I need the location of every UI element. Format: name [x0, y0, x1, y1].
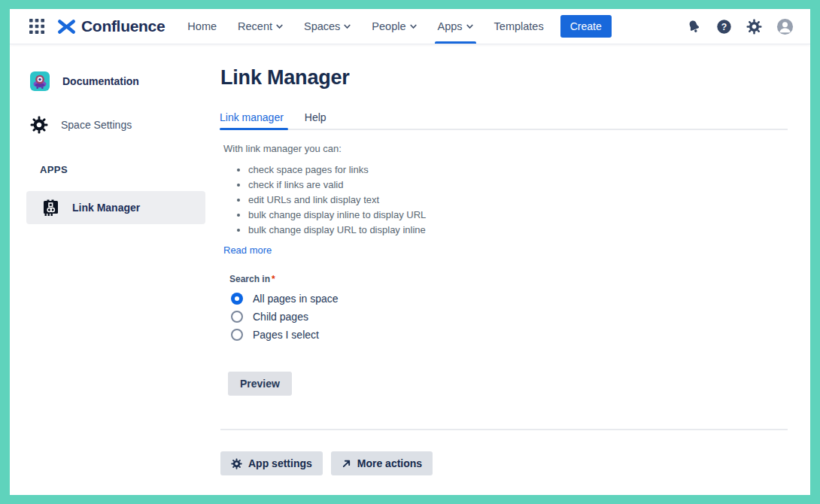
help-icon[interactable]: ? [716, 19, 732, 35]
sidebar-item-label: Space Settings [61, 119, 132, 131]
main-panel: Link Manager Link manager Help With link… [211, 44, 810, 495]
search-in-radio-group: All pages in space Child pages Pages I s… [231, 293, 788, 341]
search-in-label: Search in* [229, 274, 788, 284]
feature-list-item: check space pages for links [248, 162, 788, 178]
section-divider [220, 429, 788, 430]
space-sidebar: Documentation Space Settings APPS [10, 44, 211, 495]
sidebar-item-label: Link Manager [72, 202, 140, 214]
radio-child-pages[interactable]: Child pages [231, 311, 788, 323]
documentation-space-icon [30, 71, 50, 91]
chevron-down-icon [344, 24, 351, 29]
confluence-wordmark: Confluence [81, 17, 165, 35]
app-switcher-icon[interactable] [29, 19, 44, 34]
tab-bar: Link manager Help [220, 111, 788, 130]
sidebar-item-space-settings[interactable]: Space Settings [30, 116, 211, 134]
tab-link-manager[interactable]: Link manager [220, 111, 291, 130]
avatar[interactable] [776, 18, 794, 35]
feature-list: check space pages for links check if lin… [220, 162, 788, 238]
svg-text:?: ? [721, 21, 727, 32]
radio-all-pages-in-space[interactable]: All pages in space [231, 293, 788, 305]
feature-list-item: bulk change display URL to display inlin… [248, 223, 788, 238]
radio-button[interactable] [231, 311, 243, 323]
gear-icon [231, 458, 242, 469]
sidebar-item-documentation[interactable]: Documentation [30, 71, 211, 91]
radio-button-selected[interactable] [231, 293, 243, 305]
space-settings-gear-icon [30, 116, 48, 134]
more-actions-button[interactable]: More actions [331, 451, 433, 475]
feature-list-item: edit URLs and link display text [248, 193, 788, 208]
confluence-logo-icon [57, 17, 76, 36]
primary-nav: Home Recent Spaces People Apps Templates [177, 9, 554, 44]
sidebar-item-link-manager[interactable]: Link Manager [26, 191, 205, 224]
arrow-up-right-icon [342, 459, 351, 469]
notifications-bell-icon[interactable] [686, 19, 702, 35]
link-manager-app-icon [41, 198, 61, 218]
radio-button[interactable] [231, 329, 243, 341]
page-title: Link Manager [220, 66, 788, 90]
confluence-window: Confluence Home Recent Spaces People App… [10, 9, 810, 495]
settings-gear-icon[interactable] [746, 19, 762, 35]
chevron-down-icon [466, 24, 473, 29]
top-navbar: Confluence Home Recent Spaces People App… [10, 9, 810, 44]
read-more-link[interactable]: Read more [220, 244, 272, 256]
nav-item-apps[interactable]: Apps [427, 9, 484, 44]
nav-item-recent[interactable]: Recent [227, 9, 293, 44]
tab-help[interactable]: Help [297, 111, 334, 130]
feature-list-item: check if links are valid [248, 178, 788, 193]
nav-item-spaces[interactable]: Spaces [293, 9, 361, 44]
page-body: Documentation Space Settings APPS [10, 44, 810, 495]
create-button[interactable]: Create [560, 15, 612, 38]
nav-item-people[interactable]: People [361, 9, 427, 44]
footer-actions: App settings More actions [220, 451, 788, 475]
nav-item-home[interactable]: Home [177, 9, 227, 44]
navbar-right-icons: ? [686, 18, 794, 35]
confluence-logo[interactable]: Confluence [57, 17, 165, 36]
nav-item-templates[interactable]: Templates [484, 9, 554, 44]
sidebar-apps-header: APPS [40, 164, 211, 175]
preview-button[interactable]: Preview [228, 372, 292, 396]
feature-list-item: bulk change display inline to display UR… [248, 208, 788, 223]
chevron-down-icon [276, 24, 283, 29]
app-settings-button[interactable]: App settings [220, 451, 323, 475]
intro-text: With link manager you can: [220, 143, 788, 154]
sidebar-item-label: Documentation [62, 75, 139, 87]
chevron-down-icon [410, 24, 417, 29]
radio-pages-i-select[interactable]: Pages I select [231, 329, 788, 341]
required-asterisk: * [272, 274, 275, 284]
